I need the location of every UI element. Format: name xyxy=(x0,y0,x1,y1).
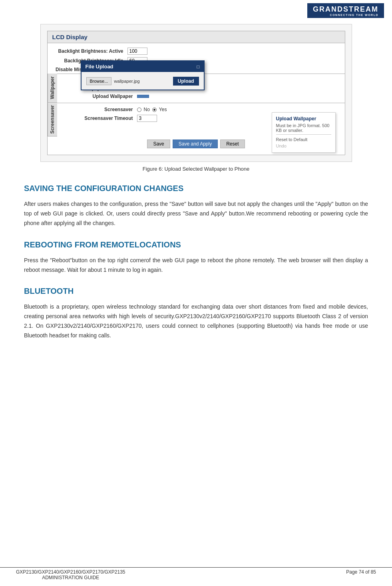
backlight-active-label: Backlight Brightness: Active xyxy=(56,48,127,54)
modal-title-bar: File Upload □ xyxy=(82,61,204,72)
screensaver-no-label: No xyxy=(144,107,150,112)
upload-wallpaper-row: Upload Wallpaper xyxy=(57,92,345,100)
tooltip-description: Must be in JPG format. 500 KB or smaller… xyxy=(276,123,331,133)
bluetooth-heading: BLUETOOTH xyxy=(24,287,368,296)
upload-wallpaper-label: Upload Wallpaper xyxy=(65,94,137,99)
reset-to-default-link[interactable]: Reset to Default xyxy=(276,136,331,143)
upload-wallpaper-tooltip: Upload Wallpaper Must be in JPG format. … xyxy=(272,112,336,153)
brand-logo: GRANDSTREAM CONNECTING THE WORLD xyxy=(307,3,384,18)
saving-paragraph: After users makes changes to the configu… xyxy=(24,199,368,228)
rebooting-heading: REBOOTING FROM REMOTELOCATIONS xyxy=(24,240,368,249)
screensaver-radio-group: No Yes xyxy=(137,107,167,112)
screensaver-field-label: Screensaver xyxy=(65,107,137,112)
file-name-display: wallpaper.jpg xyxy=(114,79,170,84)
save-apply-button[interactable]: Save and Apply xyxy=(173,140,218,148)
footer-model: GXP2130/GXP2140/GXP2160/GXP2170/GXP2135 xyxy=(16,569,125,575)
footer-right: Page 74 of 85 xyxy=(346,569,376,580)
logo-area: GRANDSTREAM CONNECTING THE WORLD xyxy=(307,3,384,18)
modal-body: Browse... wallpaper.jpg Upload xyxy=(82,72,204,90)
brand-tagline: CONNECTING THE WORLD xyxy=(313,14,378,17)
screensaver-yes-radio[interactable] xyxy=(152,108,157,112)
screensaver-section-label: Screensaver xyxy=(48,103,57,136)
reset-button[interactable]: Reset xyxy=(220,140,245,148)
figure-caption: Figure 6: Upload Selected Wallpaper to P… xyxy=(0,166,392,172)
undo-link: Undo xyxy=(276,143,331,149)
lcd-display-header: LCD Display xyxy=(48,31,345,43)
rebooting-paragraph: Press the "Reboot"button on the top righ… xyxy=(24,256,368,275)
screensaver-timeout-input[interactable] xyxy=(137,115,157,122)
save-button[interactable]: Save xyxy=(147,140,170,148)
footer-guide: ADMINISTRATION GUIDE xyxy=(42,575,99,580)
screensaver-timeout-label: Screensaver Timeout xyxy=(65,116,137,121)
footer-left: GXP2130/GXP2140/GXP2160/GXP2170/GXP2135 … xyxy=(16,569,125,580)
modal-upload-button[interactable]: Upload xyxy=(173,77,199,86)
tooltip-divider xyxy=(276,134,331,135)
tooltip-title: Upload Wallpaper xyxy=(276,116,331,122)
file-upload-modal: File Upload □ Browse... wallpaper.jpg Up… xyxy=(81,60,205,90)
screensaver-yes-label: Yes xyxy=(159,107,167,112)
modal-close-icon[interactable]: □ xyxy=(197,64,199,70)
wallpaper-section-label: Wallpaper xyxy=(48,74,57,103)
screensaver-no-radio[interactable] xyxy=(137,108,141,112)
backlight-active-input[interactable] xyxy=(127,48,147,55)
brand-name: GRANDSTREAM xyxy=(313,5,378,13)
saving-heading: SAVING THE CONFIGURATION CHANGES xyxy=(24,184,368,193)
browse-button[interactable]: Browse... xyxy=(86,77,112,85)
main-content: SAVING THE CONFIGURATION CHANGES After u… xyxy=(16,184,376,340)
upload-wallpaper-button[interactable] xyxy=(137,95,149,98)
modal-title: File Upload xyxy=(86,64,113,70)
backlight-active-row: Backlight Brightness: Active xyxy=(48,46,345,56)
bluetooth-paragraph: Bluetooth is a proprietary, open wireles… xyxy=(24,302,368,340)
page-footer: GXP2130/GXP2140/GXP2160/GXP2170/GXP2135 … xyxy=(0,567,392,582)
screenshot-container: LCD Display Backlight Brightness: Active… xyxy=(40,24,352,162)
